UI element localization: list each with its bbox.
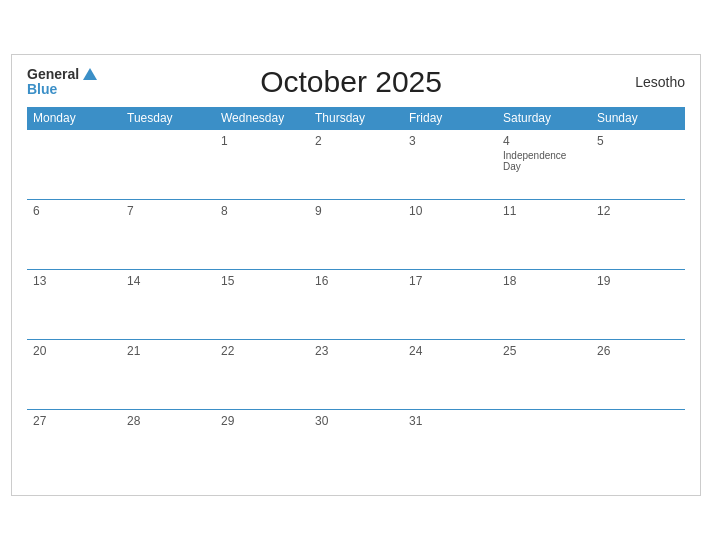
- day-number: 20: [33, 344, 115, 358]
- day-number: 22: [221, 344, 303, 358]
- calendar-cell: 28: [121, 410, 215, 480]
- calendar-cell: 12: [591, 200, 685, 270]
- calendar-cell: 3: [403, 130, 497, 200]
- calendar-cell: 26: [591, 340, 685, 410]
- calendar-cell: 13: [27, 270, 121, 340]
- day-number: 28: [127, 414, 209, 428]
- day-number: 16: [315, 274, 397, 288]
- calendar-cell: 9: [309, 200, 403, 270]
- day-number: 14: [127, 274, 209, 288]
- calendar-title: October 2025: [97, 65, 605, 99]
- day-number: 12: [597, 204, 679, 218]
- calendar-cell: 23: [309, 340, 403, 410]
- logo-triangle-icon: [83, 68, 97, 80]
- calendar-cell: 18: [497, 270, 591, 340]
- calendar-cell: 4Independence Day: [497, 130, 591, 200]
- day-number: 2: [315, 134, 397, 148]
- logo-general-text: General: [27, 67, 79, 82]
- week-row-5: 2728293031: [27, 410, 685, 480]
- logo-blue-text: Blue: [27, 82, 57, 97]
- day-event: Independence Day: [503, 150, 585, 172]
- day-number: 24: [409, 344, 491, 358]
- weekday-header-friday: Friday: [403, 107, 497, 130]
- weekday-header-saturday: Saturday: [497, 107, 591, 130]
- calendar-cell: 21: [121, 340, 215, 410]
- day-number: 11: [503, 204, 585, 218]
- day-number: 3: [409, 134, 491, 148]
- day-number: 18: [503, 274, 585, 288]
- week-row-2: 6789101112: [27, 200, 685, 270]
- calendar-cell: 22: [215, 340, 309, 410]
- calendar-header: General Blue October 2025 Lesotho: [27, 65, 685, 99]
- calendar-cell: 6: [27, 200, 121, 270]
- calendar-cell: 25: [497, 340, 591, 410]
- day-number: 5: [597, 134, 679, 148]
- day-number: 13: [33, 274, 115, 288]
- calendar-cell: 2: [309, 130, 403, 200]
- day-number: 7: [127, 204, 209, 218]
- calendar-cell: [27, 130, 121, 200]
- logo: General Blue: [27, 67, 97, 98]
- day-number: 21: [127, 344, 209, 358]
- day-number: 1: [221, 134, 303, 148]
- week-row-4: 20212223242526: [27, 340, 685, 410]
- calendar-cell: 24: [403, 340, 497, 410]
- calendar-cell: 11: [497, 200, 591, 270]
- day-number: 6: [33, 204, 115, 218]
- week-row-3: 13141516171819: [27, 270, 685, 340]
- calendar-cell: [497, 410, 591, 480]
- weekday-header-row: MondayTuesdayWednesdayThursdayFridaySatu…: [27, 107, 685, 130]
- day-number: 19: [597, 274, 679, 288]
- weekday-header-thursday: Thursday: [309, 107, 403, 130]
- day-number: 30: [315, 414, 397, 428]
- weekday-header-monday: Monday: [27, 107, 121, 130]
- calendar-cell: 15: [215, 270, 309, 340]
- day-number: 10: [409, 204, 491, 218]
- calendar-cell: 8: [215, 200, 309, 270]
- day-number: 29: [221, 414, 303, 428]
- calendar-cell: [591, 410, 685, 480]
- calendar-cell: [121, 130, 215, 200]
- calendar-cell: 30: [309, 410, 403, 480]
- weekday-header-tuesday: Tuesday: [121, 107, 215, 130]
- calendar-cell: 19: [591, 270, 685, 340]
- calendar-cell: 7: [121, 200, 215, 270]
- day-number: 15: [221, 274, 303, 288]
- day-number: 25: [503, 344, 585, 358]
- calendar-cell: 17: [403, 270, 497, 340]
- calendar-cell: 5: [591, 130, 685, 200]
- weekday-header-wednesday: Wednesday: [215, 107, 309, 130]
- day-number: 8: [221, 204, 303, 218]
- weekday-header-sunday: Sunday: [591, 107, 685, 130]
- calendar-cell: 1: [215, 130, 309, 200]
- calendar-container: General Blue October 2025 Lesotho Monday…: [11, 54, 701, 496]
- calendar-cell: 10: [403, 200, 497, 270]
- calendar-grid: MondayTuesdayWednesdayThursdayFridaySatu…: [27, 107, 685, 480]
- calendar-cell: 14: [121, 270, 215, 340]
- calendar-cell: 27: [27, 410, 121, 480]
- day-number: 27: [33, 414, 115, 428]
- day-number: 4: [503, 134, 585, 148]
- day-number: 31: [409, 414, 491, 428]
- day-number: 23: [315, 344, 397, 358]
- day-number: 17: [409, 274, 491, 288]
- calendar-cell: 16: [309, 270, 403, 340]
- week-row-1: 1234Independence Day5: [27, 130, 685, 200]
- calendar-cell: 20: [27, 340, 121, 410]
- calendar-country: Lesotho: [605, 74, 685, 90]
- day-number: 26: [597, 344, 679, 358]
- day-number: 9: [315, 204, 397, 218]
- calendar-cell: 29: [215, 410, 309, 480]
- calendar-cell: 31: [403, 410, 497, 480]
